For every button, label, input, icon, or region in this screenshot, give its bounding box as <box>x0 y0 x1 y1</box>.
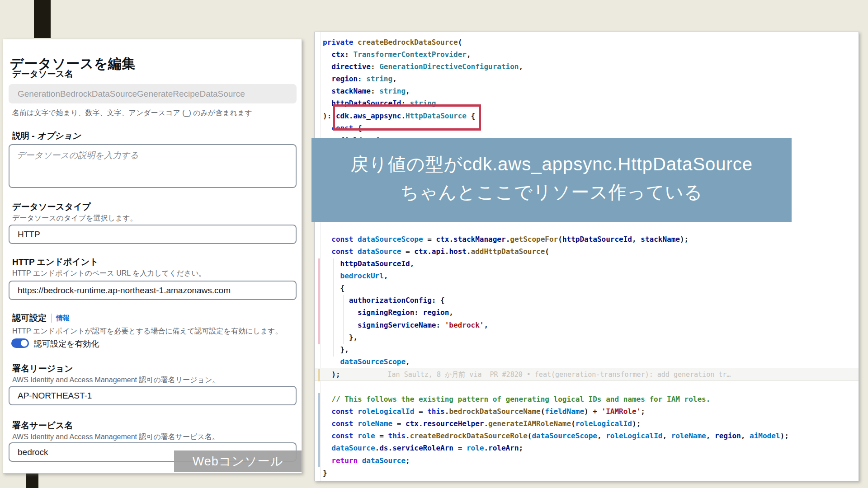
signing-service-helper: AWS Identity and Access Management 認可の署名… <box>12 432 219 442</box>
code-line: const roleLogicalId = this.bedrockDataSo… <box>315 405 859 418</box>
code-area: private createBedrockDataSource( ctx: Tr… <box>315 36 859 479</box>
code-line: }, <box>315 343 859 356</box>
code-line: directive: GenerationDirectiveConfigurat… <box>315 61 859 73</box>
description-textarea[interactable] <box>9 144 297 188</box>
datasource-name-input <box>9 84 297 103</box>
code-line: const roleName = ctx.resourceHelper.gene… <box>315 418 859 430</box>
code-line: authorizationConfig: { <box>315 294 859 306</box>
annotation-line-2: ちゃんとここでリソース作っている <box>311 178 792 206</box>
web-console-watermark: Webコンソール <box>174 450 302 472</box>
auth-settings-helper: HTTP エンドポイントが認可を必要とする場合に備えて認可設定を有効にします。 <box>12 327 282 336</box>
http-endpoint-label: HTTP エンドポイント <box>12 256 99 268</box>
code-line: const dataSource = ctx.api.host.addHttpD… <box>315 245 859 258</box>
code-line: httpDataSourceId, <box>315 258 859 270</box>
code-line: const dataSourceScope = ctx.stackManager… <box>315 233 859 245</box>
signing-region-input[interactable] <box>9 386 297 405</box>
datasource-type-label: データソースタイプ <box>12 201 91 213</box>
top-accent-bar <box>34 0 51 38</box>
auth-toggle-label: 認可設定を有効化 <box>34 338 99 349</box>
code-editor-panel: private createBedrockDataSource( ctx: Tr… <box>314 32 859 481</box>
description-label-optional: - オプション <box>29 131 81 141</box>
gutter-change-marker-modified <box>318 258 320 344</box>
code-line: signingRegion: region, <box>315 306 859 319</box>
code-line: { <box>315 282 859 294</box>
code-line: const role = this.createBedrockDataSourc… <box>315 430 859 442</box>
auth-settings-label: 認可設定 <box>12 312 47 324</box>
code-line: dataSource.ds.serviceRoleArn = role.role… <box>315 442 859 454</box>
indent-guide <box>343 295 344 344</box>
code-line <box>315 381 859 393</box>
edit-datasource-form-panel: データソースを編集 データソース名 名前は文字で始まり、数字、文字、アンダースコ… <box>3 39 302 474</box>
code-line: } <box>315 467 859 479</box>
gutter-change-marker-added <box>318 393 320 467</box>
gutter-change-marker-blame-line <box>318 369 320 381</box>
code-line: dataSourceScope, <box>315 356 859 368</box>
code-line-with-blame: );Ian Saultz, 8 か月前 via PR #2820 • feat(… <box>315 368 859 381</box>
indent-guide <box>333 258 334 357</box>
datasource-name-helper: 名前は文字で始まり、数字、文字、アンダースコア (_) のみが含まれます <box>12 108 252 118</box>
auth-toggle-knob <box>21 340 28 347</box>
auth-settings-header: 認可設定 情報 <box>12 312 70 324</box>
signing-region-helper: AWS Identity and Access Management 認可の署名… <box>12 375 219 385</box>
label-divider <box>51 314 52 323</box>
signing-service-label: 署名サービス名 <box>12 420 73 432</box>
code-line: return dataSource; <box>315 455 859 467</box>
code-line: region: string, <box>315 73 859 85</box>
http-endpoint-input[interactable] <box>9 281 297 300</box>
datasource-type-helper: データソースのタイプを選択します。 <box>12 214 137 223</box>
auth-toggle[interactable] <box>11 338 29 348</box>
info-link[interactable]: 情報 <box>56 314 70 323</box>
http-endpoint-helper: HTTP エンドポイントのベース URL を入力してください。 <box>12 269 206 278</box>
code-line: // This follows the existing pattern of … <box>315 393 859 405</box>
code-line: }, <box>315 331 859 343</box>
signing-region-label: 署名リージョン <box>12 363 73 375</box>
code-line: private createBedrockDataSource( <box>315 36 859 48</box>
datasource-name-label: データソース名 <box>12 68 73 80</box>
return-type-highlight-box <box>333 104 481 131</box>
bottom-accent-bar <box>26 472 38 488</box>
annotation-line-1: 戻り値の型がcdk.aws_appsync.HttpDataSource <box>311 150 792 178</box>
description-label-main: 説明 <box>12 131 29 141</box>
datasource-type-select[interactable]: HTTP <box>9 225 297 244</box>
code-line: bedrockUrl, <box>315 270 859 282</box>
annotation-banner: 戻り値の型がcdk.aws_appsync.HttpDataSource ちゃん… <box>311 138 792 222</box>
code-line: stackName: string, <box>315 85 859 97</box>
code-line: ctx: TransformerContextProvider, <box>315 48 859 61</box>
description-label: 説明 - オプション <box>12 130 81 142</box>
code-line: signingServiceName: 'bedrock', <box>315 319 859 331</box>
git-blame-annotation: Ian Saultz, 8 か月前 via PR #2820 • feat(ge… <box>388 371 731 379</box>
